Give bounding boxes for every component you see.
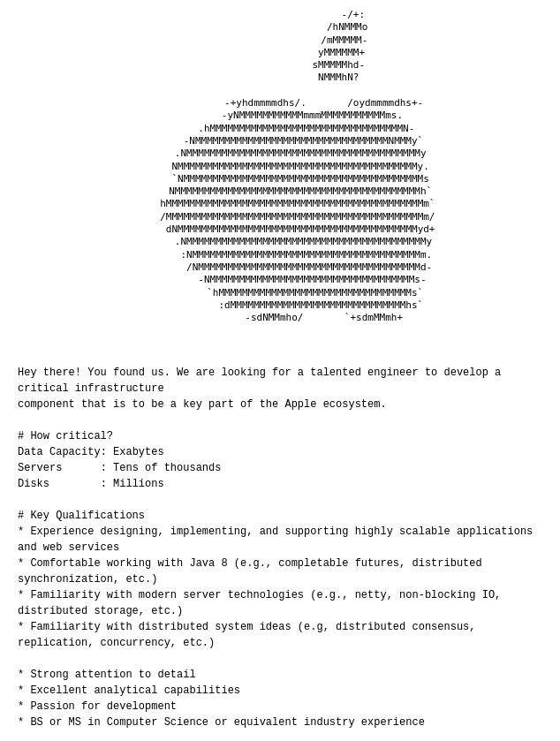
other-qualifications-text: * Strong attention to detail * Excellent… (18, 669, 425, 729)
key-qualifications-text: * Experience designing, implementing, an… (18, 526, 540, 649)
intro-text: Hey there! You found us. We are looking … (18, 367, 508, 411)
data-capacity-value: : Exabytes (101, 446, 164, 458)
key-qualifications-heading: # Key Qualifications (18, 510, 145, 522)
data-capacity-label: Data Capacity (18, 446, 101, 458)
ascii-art-container: -/+: /hNMMMo /mMMMMM- yMMMMMM+ sMMMMMhd-… (18, 9, 542, 324)
ascii-art: -/+: /hNMMMo /mMMMMM- yMMMMMM+ sMMMMMhd-… (18, 9, 542, 324)
main-content: Hey there! You found us. We are looking … (18, 333, 542, 741)
disks-value: : Millions (101, 478, 164, 490)
servers-label: Servers (18, 462, 101, 474)
servers-value: : Tens of thousands (101, 462, 222, 474)
disks-label: Disks (18, 478, 101, 490)
how-critical-heading: # How critical? (18, 430, 113, 442)
